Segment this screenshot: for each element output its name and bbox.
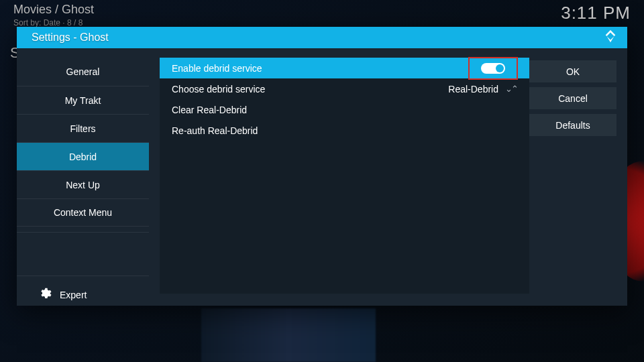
chevron-up-down-icon: ⌄⌃ (505, 84, 517, 94)
cancel-button[interactable]: Cancel (529, 87, 616, 110)
setting-reauth[interactable]: Re-auth Real-Debrid (160, 120, 529, 141)
gear-icon (38, 287, 52, 303)
setting-label: Choose debrid service (172, 84, 448, 95)
category-list: GeneralMy TraktFiltersDebridNext UpConte… (17, 58, 149, 227)
setting-value: Real-Debrid (448, 84, 498, 95)
ok-button[interactable]: OK (529, 60, 616, 83)
category-item-general[interactable]: General (17, 58, 149, 86)
settings-list: Enable debrid serviceChoose debrid servi… (160, 58, 529, 294)
defaults-button[interactable]: Defaults (529, 114, 616, 137)
top-info: Movies / Ghost Sort by: Date · 8 / 8 (13, 3, 94, 27)
dialog-body: GeneralMy TraktFiltersDebridNext UpConte… (17, 48, 627, 306)
setting-label: Clear Real-Debrid (172, 105, 517, 115)
setting-clear[interactable]: Clear Real-Debrid (160, 99, 529, 120)
setting-enable[interactable]: Enable debrid service (160, 58, 529, 78)
category-item-filters[interactable]: Filters (17, 114, 149, 142)
dialog-header: Settings - Ghost (17, 27, 627, 48)
toggle-knob (496, 64, 504, 72)
category-item-my-trakt[interactable]: My Trakt (17, 86, 149, 114)
breadcrumb: Movies / Ghost (13, 3, 94, 17)
category-column: GeneralMy TraktFiltersDebridNext UpConte… (17, 48, 149, 306)
settings-dialog: Settings - Ghost GeneralMy TraktFiltersD… (17, 27, 627, 306)
setting-choose[interactable]: Choose debrid serviceReal-Debrid⌄⌃ (160, 78, 529, 99)
settings-level-button[interactable]: Expert (17, 276, 149, 306)
settings-column: Enable debrid serviceChoose debrid servi… (149, 48, 529, 306)
setting-label: Enable debrid service (172, 63, 469, 74)
settings-level-label: Expert (60, 290, 87, 300)
category-item-context-menu[interactable]: Context Menu (17, 198, 149, 227)
setting-label: Re-auth Real-Debrid (172, 125, 517, 136)
dialog-title: Settings - Ghost (32, 32, 109, 44)
category-item-debrid[interactable]: Debrid (17, 142, 149, 170)
toggle-switch[interactable] (481, 63, 505, 74)
sort-line: Sort by: Date · 8 / 8 (13, 18, 94, 27)
dialog-buttons-column: OK Cancel Defaults (529, 48, 627, 306)
background-strip (201, 308, 376, 362)
toggle-highlight (469, 58, 517, 79)
kodi-logo-icon (603, 29, 618, 46)
category-item-next-up[interactable]: Next Up (17, 170, 149, 198)
clock: 3:11 PM (561, 3, 631, 23)
